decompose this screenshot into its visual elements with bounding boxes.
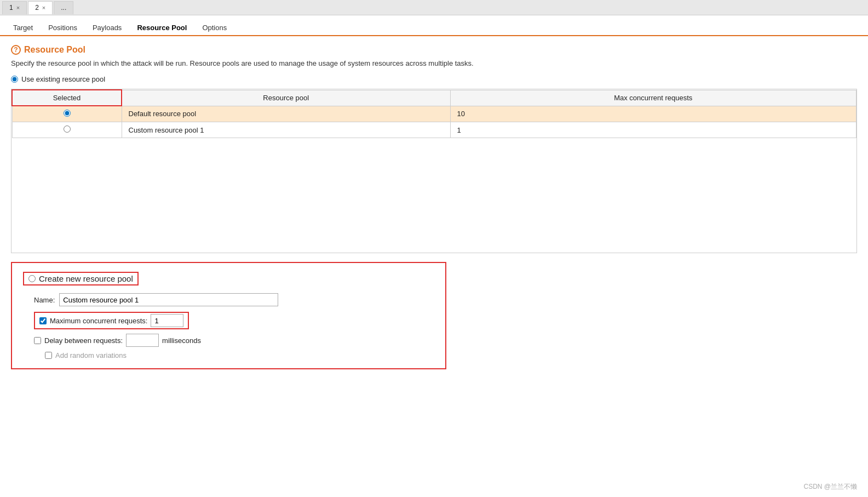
- section-title-text: Resource Pool: [24, 45, 85, 55]
- main-window: 1 × 2 × ... Target Positions Payloads Re…: [0, 0, 868, 497]
- name-row: Name:: [23, 293, 434, 306]
- tab-1[interactable]: 1 ×: [2, 1, 27, 14]
- use-existing-radio-label[interactable]: Use existing resource pool: [11, 75, 857, 83]
- delay-checkbox[interactable]: [34, 337, 41, 344]
- watermark: CSDN @兰兰不懒: [803, 482, 857, 492]
- row2-max-concurrent: 1: [450, 122, 856, 138]
- nav-tab-resource-pool[interactable]: Resource Pool: [129, 20, 194, 36]
- help-icon[interactable]: ?: [11, 45, 21, 55]
- pool-table-wrapper: Selected Resource pool Max concurrent re…: [11, 89, 857, 253]
- nav-tab-payloads[interactable]: Payloads: [85, 20, 129, 36]
- tab-1-label: 1: [9, 4, 13, 12]
- tab-bar: 1 × 2 × ...: [0, 0, 868, 15]
- name-input[interactable]: [59, 293, 278, 306]
- section-title: ? Resource Pool: [11, 45, 857, 55]
- create-new-radio[interactable]: [28, 275, 36, 282]
- random-variations-label: Add random variations: [55, 351, 127, 359]
- table-row[interactable]: Custom resource pool 1 1: [12, 122, 856, 138]
- name-label: Name:: [34, 296, 55, 304]
- max-requests-checkbox[interactable]: [39, 317, 47, 324]
- row2-radio[interactable]: [64, 125, 71, 133]
- content-area: ? Resource Pool Specify the resource poo…: [0, 36, 868, 262]
- tab-1-close[interactable]: ×: [16, 4, 20, 11]
- nav-tabs: Target Positions Payloads Resource Pool …: [0, 15, 868, 36]
- random-variations-row: Add random variations: [23, 351, 434, 359]
- create-new-radio-box: Create new resource pool: [23, 272, 139, 285]
- delay-unit: milliseconds: [162, 336, 201, 345]
- delay-row: Delay between requests: milliseconds: [23, 334, 434, 347]
- pool-table: Selected Resource pool Max concurrent re…: [12, 89, 856, 138]
- nav-tab-positions[interactable]: Positions: [41, 20, 85, 36]
- use-existing-radio[interactable]: [11, 76, 18, 83]
- create-new-label: Create new resource pool: [39, 274, 133, 283]
- delay-input[interactable]: [126, 334, 159, 347]
- row2-pool-name: Custom resource pool 1: [122, 122, 450, 138]
- col-selected: Selected: [12, 90, 122, 106]
- section-description: Specify the resource pool in which the a…: [11, 59, 857, 67]
- table-row[interactable]: Default resource pool 10: [12, 106, 856, 122]
- row1-max-concurrent: 10: [450, 106, 856, 122]
- tab-2-label: 2: [35, 4, 39, 12]
- nav-tab-target[interactable]: Target: [5, 20, 41, 36]
- tab-more[interactable]: ...: [54, 1, 73, 14]
- create-pool-section: Create new resource pool Name: Maximum c…: [11, 262, 446, 369]
- col-max-concurrent: Max concurrent requests: [450, 90, 856, 106]
- random-variations-checkbox[interactable]: [45, 352, 52, 359]
- use-existing-label: Use existing resource pool: [21, 75, 105, 83]
- nav-tab-options[interactable]: Options: [194, 20, 234, 36]
- col-resource-pool: Resource pool: [122, 90, 450, 106]
- tab-2-close[interactable]: ×: [42, 4, 45, 11]
- max-requests-label: Maximum concurrent requests:: [50, 317, 147, 325]
- row1-selected-cell[interactable]: [12, 106, 122, 122]
- tab-2[interactable]: 2 ×: [28, 1, 53, 14]
- max-requests-input[interactable]: [151, 314, 183, 327]
- delay-label: Delay between requests:: [44, 336, 123, 345]
- row1-pool-name: Default resource pool: [122, 106, 450, 122]
- max-requests-box: Maximum concurrent requests:: [34, 312, 189, 329]
- row1-radio[interactable]: [64, 110, 71, 117]
- tab-more-label: ...: [61, 4, 66, 12]
- max-requests-row: Maximum concurrent requests:: [23, 312, 434, 329]
- create-new-radio-row: Create new resource pool: [23, 272, 434, 285]
- row2-selected-cell[interactable]: [12, 122, 122, 138]
